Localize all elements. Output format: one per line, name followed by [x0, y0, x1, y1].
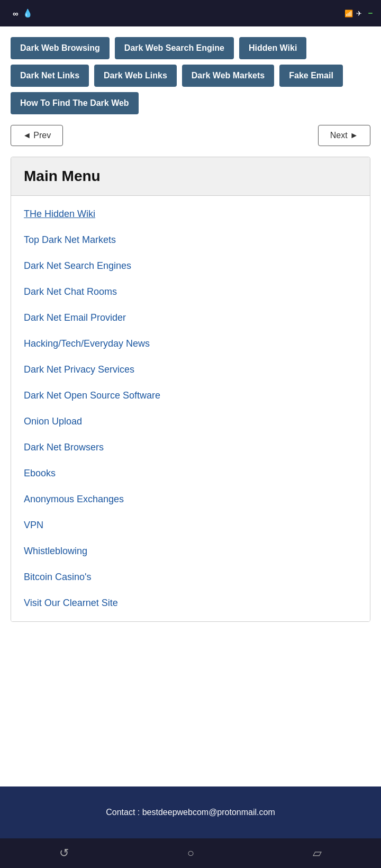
main-menu-card: Main Menu THe Hidden WikiTop Dark Net Ma…: [11, 157, 370, 622]
menu-link[interactable]: VPN: [11, 512, 370, 538]
list-item: VPN: [11, 512, 370, 538]
status-left: ∞ 💧: [8, 8, 33, 18]
list-item: Dark Net Chat Rooms: [11, 279, 370, 305]
list-item: Anonymous Exchanges: [11, 486, 370, 512]
menu-link[interactable]: Dark Net Browsers: [11, 435, 370, 460]
list-item: Dark Net Search Engines: [11, 253, 370, 279]
tag-button[interactable]: Dark Net Links: [11, 65, 89, 87]
footer-contact: Contact : bestdeepwebcom@protonmail.com: [11, 808, 370, 817]
tag-button[interactable]: How To Find The Dark Web: [11, 92, 139, 114]
list-item: Ebooks: [11, 460, 370, 486]
menu-link[interactable]: Dark Net Open Source Software: [11, 383, 370, 409]
tag-button[interactable]: Dark Web Search Engine: [115, 37, 234, 59]
nav-bar: ↺ ○ ▱: [0, 838, 381, 868]
footer: Contact : bestdeepwebcom@protonmail.com: [0, 786, 381, 838]
list-item: Whistleblowing: [11, 538, 370, 564]
tag-button[interactable]: Hidden Wiki: [239, 37, 306, 59]
tag-button[interactable]: Dark Web Markets: [182, 65, 274, 87]
recents-icon[interactable]: ▱: [313, 846, 322, 860]
tag-button[interactable]: Fake Email: [279, 65, 343, 87]
prev-button[interactable]: ◄ Prev: [11, 125, 63, 146]
menu-link[interactable]: Whistleblowing: [11, 538, 370, 564]
back-icon[interactable]: ↺: [59, 846, 69, 860]
menu-link[interactable]: Dark Net Chat Rooms: [11, 279, 370, 305]
wifi-icon: 📶: [344, 10, 353, 17]
menu-link[interactable]: Onion Upload: [11, 409, 370, 435]
menu-link[interactable]: Ebooks: [11, 460, 370, 486]
tags-section: Dark Web BrowsingDark Web Search EngineH…: [0, 26, 381, 120]
tag-button[interactable]: Dark Web Links: [94, 65, 177, 87]
menu-link[interactable]: Visit Our Clearnet Site: [11, 590, 370, 616]
list-item: THe Hidden Wiki: [11, 201, 370, 227]
menu-link[interactable]: Hacking/Tech/Everyday News: [11, 331, 370, 357]
airplane-icon: ✈: [356, 10, 362, 17]
tag-button[interactable]: Dark Web Browsing: [11, 37, 110, 59]
menu-link[interactable]: Top Dark Net Markets: [11, 227, 370, 253]
list-item: Bitcoin Casino's: [11, 564, 370, 590]
water-icon: 💧: [23, 8, 33, 18]
home-icon[interactable]: ○: [187, 846, 194, 860]
next-button[interactable]: Next ►: [318, 125, 370, 146]
status-bar: ∞ 💧 📶 ✈: [0, 0, 381, 26]
main-menu-header: Main Menu: [11, 157, 370, 196]
list-item: Visit Our Clearnet Site: [11, 590, 370, 616]
menu-link[interactable]: Dark Net Email Provider: [11, 305, 370, 331]
menu-link[interactable]: THe Hidden Wiki: [11, 201, 370, 227]
main-menu-title: Main Menu: [24, 168, 357, 185]
menu-link[interactable]: Dark Net Privacy Services: [11, 357, 370, 383]
battery: [368, 13, 373, 14]
list-item: Hacking/Tech/Everyday News: [11, 331, 370, 357]
list-item: Dark Net Open Source Software: [11, 383, 370, 409]
list-item: Dark Net Browsers: [11, 435, 370, 460]
pagination: ◄ Prev Next ►: [0, 120, 381, 157]
menu-link[interactable]: Dark Net Search Engines: [11, 253, 370, 279]
list-item: Onion Upload: [11, 409, 370, 435]
list-item: Dark Net Email Provider: [11, 305, 370, 331]
menu-list: THe Hidden WikiTop Dark Net MarketsDark …: [11, 196, 370, 621]
menu-link[interactable]: Anonymous Exchanges: [11, 486, 370, 512]
menu-link[interactable]: Bitcoin Casino's: [11, 564, 370, 590]
infinite-icon: ∞: [13, 9, 19, 18]
list-item: Top Dark Net Markets: [11, 227, 370, 253]
list-item: Dark Net Privacy Services: [11, 357, 370, 383]
status-right: 📶 ✈: [344, 10, 373, 17]
